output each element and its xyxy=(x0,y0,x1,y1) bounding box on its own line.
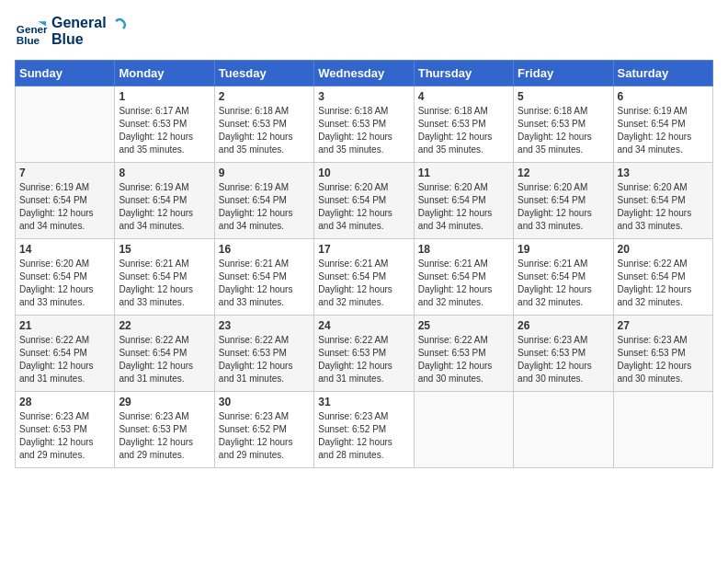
day-info: Sunrise: 6:20 AM Sunset: 6:54 PM Dayligh… xyxy=(518,181,609,233)
day-info: Sunrise: 6:22 AM Sunset: 6:54 PM Dayligh… xyxy=(119,334,210,385)
day-number: 13 xyxy=(618,167,709,179)
day-info: Sunrise: 6:23 AM Sunset: 6:53 PM Dayligh… xyxy=(618,334,709,385)
calendar-cell: 21Sunrise: 6:22 AM Sunset: 6:54 PM Dayli… xyxy=(16,315,115,391)
logo-blue: Blue xyxy=(51,31,107,48)
weekday-header-thursday: Thursday xyxy=(414,60,513,86)
calendar-cell: 22Sunrise: 6:22 AM Sunset: 6:54 PM Dayli… xyxy=(115,315,214,391)
day-info: Sunrise: 6:23 AM Sunset: 6:53 PM Dayligh… xyxy=(19,410,110,462)
weekday-header-monday: Monday xyxy=(115,60,214,86)
day-number: 17 xyxy=(318,243,409,256)
calendar-cell: 23Sunrise: 6:22 AM Sunset: 6:53 PM Dayli… xyxy=(214,315,313,391)
day-number: 12 xyxy=(518,167,609,179)
header: General Blue General Blue xyxy=(15,15,713,49)
weekday-header-tuesday: Tuesday xyxy=(214,60,313,86)
day-info: Sunrise: 6:21 AM Sunset: 6:54 PM Dayligh… xyxy=(119,258,210,309)
calendar-cell: 25Sunrise: 6:22 AM Sunset: 6:53 PM Dayli… xyxy=(414,315,513,391)
day-info: Sunrise: 6:23 AM Sunset: 6:53 PM Dayligh… xyxy=(518,334,609,385)
day-info: Sunrise: 6:21 AM Sunset: 6:54 PM Dayligh… xyxy=(518,258,609,309)
calendar-cell: 3Sunrise: 6:18 AM Sunset: 6:53 PM Daylig… xyxy=(314,86,414,162)
day-info: Sunrise: 6:23 AM Sunset: 6:52 PM Dayligh… xyxy=(219,410,310,462)
day-info: Sunrise: 6:22 AM Sunset: 6:54 PM Dayligh… xyxy=(618,258,709,309)
day-info: Sunrise: 6:17 AM Sunset: 6:53 PM Dayligh… xyxy=(119,105,210,156)
logo-general: General xyxy=(51,15,107,31)
calendar-week-row: 7Sunrise: 6:19 AM Sunset: 6:54 PM Daylig… xyxy=(16,162,713,238)
logo-wave-icon xyxy=(107,17,127,38)
day-number: 25 xyxy=(418,319,509,332)
day-number: 3 xyxy=(318,90,409,103)
calendar-cell: 6Sunrise: 6:19 AM Sunset: 6:54 PM Daylig… xyxy=(613,86,712,162)
day-info: Sunrise: 6:19 AM Sunset: 6:54 PM Dayligh… xyxy=(219,181,310,233)
day-number: 23 xyxy=(219,319,310,332)
day-info: Sunrise: 6:18 AM Sunset: 6:53 PM Dayligh… xyxy=(318,105,409,156)
day-number: 29 xyxy=(119,396,210,408)
day-number: 1 xyxy=(119,90,210,103)
day-info: Sunrise: 6:20 AM Sunset: 6:54 PM Dayligh… xyxy=(318,181,409,233)
day-number: 10 xyxy=(318,167,409,179)
day-info: Sunrise: 6:21 AM Sunset: 6:54 PM Dayligh… xyxy=(418,258,509,309)
weekday-header-friday: Friday xyxy=(514,60,613,86)
day-info: Sunrise: 6:18 AM Sunset: 6:53 PM Dayligh… xyxy=(219,105,310,156)
day-number: 6 xyxy=(618,90,709,103)
day-info: Sunrise: 6:19 AM Sunset: 6:54 PM Dayligh… xyxy=(119,181,210,233)
day-number: 24 xyxy=(318,319,409,332)
day-info: Sunrise: 6:21 AM Sunset: 6:54 PM Dayligh… xyxy=(318,258,409,309)
calendar-week-row: 1Sunrise: 6:17 AM Sunset: 6:53 PM Daylig… xyxy=(16,86,713,162)
logo: General Blue General Blue xyxy=(15,15,127,49)
day-number: 21 xyxy=(19,319,110,332)
calendar-cell: 28Sunrise: 6:23 AM Sunset: 6:53 PM Dayli… xyxy=(16,391,115,467)
day-info: Sunrise: 6:23 AM Sunset: 6:52 PM Dayligh… xyxy=(318,410,409,462)
calendar-cell: 5Sunrise: 6:18 AM Sunset: 6:53 PM Daylig… xyxy=(514,86,613,162)
day-number: 30 xyxy=(219,396,310,408)
day-number: 27 xyxy=(618,319,709,332)
calendar-cell: 27Sunrise: 6:23 AM Sunset: 6:53 PM Dayli… xyxy=(613,315,712,391)
calendar-cell: 8Sunrise: 6:19 AM Sunset: 6:54 PM Daylig… xyxy=(115,162,214,238)
calendar-table: SundayMondayTuesdayWednesdayThursdayFrid… xyxy=(15,60,713,468)
calendar-cell: 30Sunrise: 6:23 AM Sunset: 6:52 PM Dayli… xyxy=(214,391,313,467)
day-number: 14 xyxy=(19,243,110,256)
day-number: 19 xyxy=(518,243,609,256)
day-number: 5 xyxy=(518,90,609,103)
day-number: 22 xyxy=(119,319,210,332)
calendar-cell: 17Sunrise: 6:21 AM Sunset: 6:54 PM Dayli… xyxy=(314,238,414,315)
calendar-cell: 18Sunrise: 6:21 AM Sunset: 6:54 PM Dayli… xyxy=(414,238,513,315)
calendar-week-row: 28Sunrise: 6:23 AM Sunset: 6:53 PM Dayli… xyxy=(16,391,713,467)
calendar-cell: 20Sunrise: 6:22 AM Sunset: 6:54 PM Dayli… xyxy=(613,238,712,315)
day-info: Sunrise: 6:22 AM Sunset: 6:53 PM Dayligh… xyxy=(318,334,409,385)
day-number: 8 xyxy=(119,167,210,179)
day-number: 31 xyxy=(318,396,409,408)
day-info: Sunrise: 6:19 AM Sunset: 6:54 PM Dayligh… xyxy=(19,181,110,233)
day-info: Sunrise: 6:22 AM Sunset: 6:53 PM Dayligh… xyxy=(418,334,509,385)
day-info: Sunrise: 6:18 AM Sunset: 6:53 PM Dayligh… xyxy=(418,105,509,156)
calendar-cell: 29Sunrise: 6:23 AM Sunset: 6:53 PM Dayli… xyxy=(115,391,214,467)
logo-icon: General Blue xyxy=(15,15,48,48)
day-info: Sunrise: 6:22 AM Sunset: 6:54 PM Dayligh… xyxy=(19,334,110,385)
calendar-cell: 31Sunrise: 6:23 AM Sunset: 6:52 PM Dayli… xyxy=(314,391,414,467)
day-info: Sunrise: 6:20 AM Sunset: 6:54 PM Dayligh… xyxy=(418,181,509,233)
calendar-cell: 19Sunrise: 6:21 AM Sunset: 6:54 PM Dayli… xyxy=(514,238,613,315)
calendar-cell xyxy=(414,391,513,467)
calendar-cell: 15Sunrise: 6:21 AM Sunset: 6:54 PM Dayli… xyxy=(115,238,214,315)
day-info: Sunrise: 6:21 AM Sunset: 6:54 PM Dayligh… xyxy=(219,258,310,309)
svg-text:Blue: Blue xyxy=(17,35,40,47)
weekday-header-sunday: Sunday xyxy=(16,60,115,86)
calendar-cell: 1Sunrise: 6:17 AM Sunset: 6:53 PM Daylig… xyxy=(115,86,214,162)
day-info: Sunrise: 6:19 AM Sunset: 6:54 PM Dayligh… xyxy=(618,105,709,156)
day-number: 16 xyxy=(219,243,310,256)
day-info: Sunrise: 6:23 AM Sunset: 6:53 PM Dayligh… xyxy=(119,410,210,462)
day-info: Sunrise: 6:20 AM Sunset: 6:54 PM Dayligh… xyxy=(19,258,110,309)
day-number: 7 xyxy=(19,167,110,179)
day-number: 20 xyxy=(618,243,709,256)
calendar-cell: 14Sunrise: 6:20 AM Sunset: 6:54 PM Dayli… xyxy=(16,238,115,315)
calendar-cell xyxy=(514,391,613,467)
day-number: 2 xyxy=(219,90,310,103)
day-info: Sunrise: 6:18 AM Sunset: 6:53 PM Dayligh… xyxy=(518,105,609,156)
day-number: 15 xyxy=(119,243,210,256)
calendar-cell: 10Sunrise: 6:20 AM Sunset: 6:54 PM Dayli… xyxy=(314,162,414,238)
calendar-header-row: SundayMondayTuesdayWednesdayThursdayFrid… xyxy=(16,60,713,86)
calendar-week-row: 21Sunrise: 6:22 AM Sunset: 6:54 PM Dayli… xyxy=(16,315,713,391)
calendar-body: 1Sunrise: 6:17 AM Sunset: 6:53 PM Daylig… xyxy=(16,86,713,467)
calendar-cell xyxy=(613,391,712,467)
svg-text:General: General xyxy=(17,23,48,35)
day-number: 9 xyxy=(219,167,310,179)
calendar-cell: 2Sunrise: 6:18 AM Sunset: 6:53 PM Daylig… xyxy=(214,86,313,162)
